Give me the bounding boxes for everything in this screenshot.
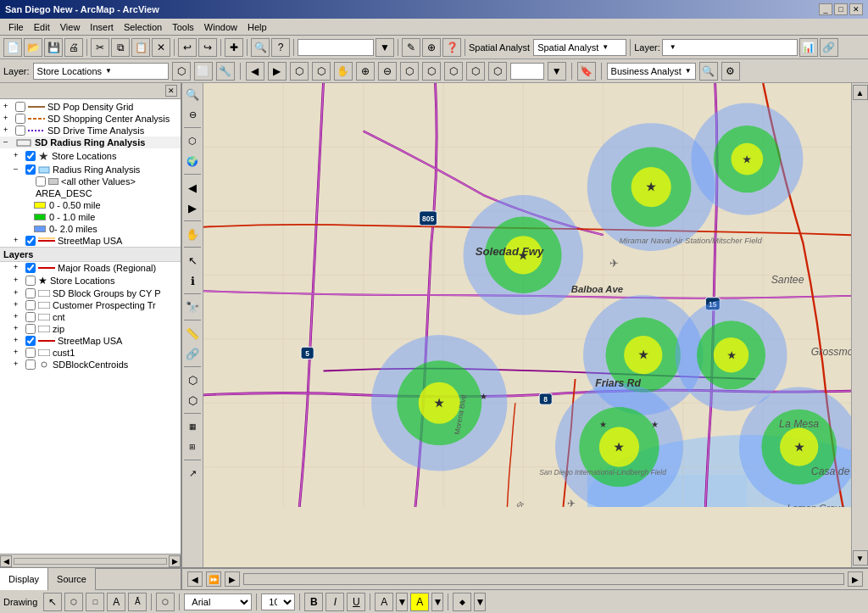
expand-cust1[interactable]: + — [14, 348, 24, 358]
toc-item-block-groups[interactable]: + SD Block Groups by CY P — [0, 287, 181, 299]
zoom-map-btn3[interactable]: ⬡ — [422, 62, 441, 81]
italic-btn[interactable]: I — [326, 593, 344, 611]
redo-button[interactable]: ↪ — [198, 38, 217, 57]
arrow-select-btn[interactable]: ↖ — [183, 251, 202, 270]
zoom-map-btn4[interactable]: ⬡ — [444, 62, 463, 81]
menu-file[interactable]: File — [3, 20, 29, 34]
zoom-map-btn2[interactable]: ⬡ — [400, 62, 419, 81]
font-color-dropdown[interactable]: ▼ — [396, 593, 408, 611]
display-tab[interactable]: Display — [0, 568, 48, 590]
toc-item-radius-sub[interactable]: – Radius Ring Analysis — [0, 164, 181, 176]
scale-dropdown[interactable]: ▼ — [376, 38, 394, 57]
zoom-in-tool[interactable]: ⊕ — [422, 38, 441, 57]
expand-radius-ring[interactable]: – — [3, 137, 14, 148]
print-button[interactable]: 🖨 — [64, 38, 83, 57]
font-color-btn[interactable]: A — [375, 593, 393, 611]
toc-item-cnt[interactable]: + cnt — [0, 311, 181, 323]
expand-store-loc-layers[interactable]: + — [14, 276, 24, 286]
zoom-sel-btn[interactable]: ⬡ — [312, 62, 331, 81]
font-size-selector[interactable]: 10 — [261, 593, 295, 610]
open-button[interactable]: 📂 — [24, 38, 42, 57]
toc-item-streetmap1[interactable]: + StreetMap USA — [0, 235, 181, 247]
fill-dropdown[interactable]: ▼ — [474, 593, 486, 611]
expand-cnt[interactable]: + — [14, 312, 24, 322]
underline-btn[interactable]: U — [347, 593, 365, 611]
menu-insert[interactable]: Insert — [85, 20, 119, 34]
zoom-in-map-btn[interactable]: ⊕ — [356, 62, 375, 81]
menu-tools[interactable]: Tools — [167, 20, 199, 34]
checkbox-cust1[interactable] — [25, 348, 36, 358]
toc-item-cust1[interactable]: + cust1 — [0, 347, 181, 359]
expand-sdblock-centroids[interactable]: + — [14, 359, 24, 370]
scroll-up-btn[interactable]: ▲ — [853, 85, 868, 100]
fwd-extent-btn[interactable]: ▶ — [183, 198, 202, 217]
checkbox-streetmap1[interactable] — [25, 236, 36, 246]
zoom-out-tool-btn[interactable]: ⊖ — [183, 105, 202, 124]
ba-btn2[interactable]: ⚙ — [721, 62, 740, 81]
minimize-button[interactable]: _ — [819, 3, 832, 15]
toc-close-button[interactable]: ✕ — [165, 85, 177, 97]
select-by-rect-btn[interactable]: ⬜ — [194, 62, 213, 81]
checkbox-customer-prospecting[interactable] — [25, 300, 36, 310]
font-selector[interactable]: Arial — [184, 593, 252, 610]
toc-item-ring2[interactable]: 0 - 1.0 mile — [0, 211, 181, 223]
restore-button[interactable]: □ — [834, 3, 848, 15]
zoom-out-map-btn[interactable]: ⊖ — [378, 62, 397, 81]
save-button[interactable]: 💾 — [44, 38, 63, 57]
spatial-analyst-dropdown[interactable]: Spatial Analyst ▼ — [533, 39, 626, 56]
expand-radius-sub[interactable]: – — [14, 164, 24, 175]
zoom-full-btn[interactable]: ⬡ — [290, 62, 309, 81]
expand-streetmap1[interactable]: + — [14, 236, 24, 246]
toc-item-customer-prospecting[interactable]: + Customer Prospecting Tr — [0, 299, 181, 311]
toc-item-area-desc[interactable]: + AREA_DESC — [0, 187, 181, 199]
toc-item-all-other[interactable]: + <all other Values> — [0, 176, 181, 187]
checkbox-block-groups[interactable] — [25, 288, 36, 298]
overview-btn[interactable]: ⊞ — [183, 437, 202, 456]
zoom-map-btn5[interactable]: ⬡ — [466, 62, 485, 81]
fill-color-btn[interactable]: ◆ — [453, 593, 471, 611]
business-analyst-dropdown[interactable]: Business Analyst ▼ — [607, 63, 696, 80]
zoom-prev-btn[interactable]: ◀ — [246, 62, 264, 81]
paste-button[interactable]: 📋 — [131, 38, 150, 57]
new-button[interactable]: 📄 — [3, 38, 22, 57]
coord-btn2[interactable]: ⏩ — [206, 571, 221, 587]
toc-item-store-loc-sub[interactable]: + ★ Store Locations — [0, 148, 181, 164]
drawing-text-btn[interactable]: A — [107, 593, 125, 611]
layer-btn3[interactable]: 🔧 — [216, 62, 235, 81]
close-button[interactable]: ✕ — [849, 3, 863, 15]
drawing-callout-btn[interactable]: Ā — [128, 593, 147, 611]
checkbox-sdblock-centroids[interactable] — [25, 359, 36, 370]
zoom-pct-dropdown[interactable]: ▼ — [548, 62, 566, 81]
expand-store-loc-sub[interactable]: + — [14, 151, 24, 161]
drawing-select-btn[interactable]: ↖ — [43, 593, 62, 611]
pan-left-btn[interactable]: ✋ — [183, 225, 202, 243]
drawing-rect-btn[interactable]: □ — [86, 593, 104, 611]
expand-streetmap2[interactable]: + — [14, 336, 24, 346]
checkbox-streetmap2[interactable] — [25, 336, 36, 346]
toc-item-sdblock-centroids[interactable]: + SDBlockCentroids — [0, 359, 181, 371]
right-scrollbar[interactable]: ▲ ▼ — [851, 83, 868, 567]
source-tab[interactable]: Source — [48, 568, 96, 590]
layer-toggle-btn[interactable]: ▦ — [183, 417, 202, 436]
toc-item-store-loc-layers[interactable]: + ★ Store Locations — [0, 274, 181, 287]
checkbox-drivetime[interactable] — [15, 125, 25, 136]
checkbox-all-other[interactable] — [36, 176, 46, 187]
expand-pop-density[interactable]: + — [3, 102, 14, 112]
toc-item-ring3[interactable]: 0- 2.0 miles — [0, 223, 181, 235]
layer-tool1[interactable]: 📊 — [799, 38, 818, 57]
bold-btn[interactable]: B — [304, 593, 323, 611]
toc-item-streetmap2[interactable]: + StreetMap USA — [0, 335, 181, 347]
pan-btn[interactable]: ✋ — [334, 62, 353, 81]
zoom-percent-input[interactable]: 100% — [510, 63, 544, 80]
checkbox-shopping[interactable] — [15, 114, 25, 124]
identify-button[interactable]: 🔍 — [251, 38, 270, 57]
zoom-extent-btn[interactable]: ⬡ — [183, 131, 202, 150]
measure-btn[interactable]: 📏 — [183, 324, 202, 343]
layer-tool2[interactable]: 🔗 — [820, 38, 838, 57]
scale-input[interactable]: 1:177,652 — [298, 39, 374, 56]
checkbox-store-loc-layers[interactable] — [25, 276, 36, 286]
drawing-tool1[interactable]: ⬡ — [64, 593, 83, 611]
checkbox-zip[interactable] — [25, 324, 36, 334]
edit-tool[interactable]: ✎ — [402, 38, 420, 57]
highlight-dropdown[interactable]: ▼ — [431, 593, 443, 611]
